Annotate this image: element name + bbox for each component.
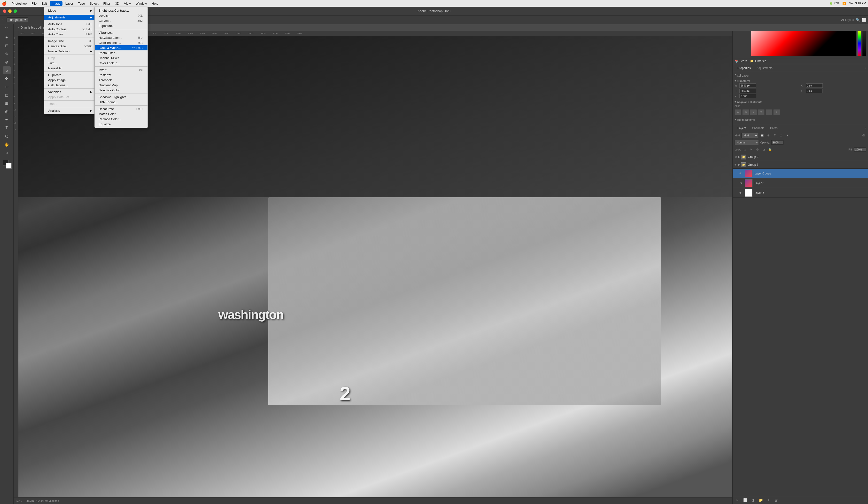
pen-tool[interactable]: ✒ xyxy=(3,116,11,123)
menu-select[interactable]: Select xyxy=(88,1,100,6)
close-button[interactable] xyxy=(3,9,6,13)
desaturate-shortcut: ⇧⌘U xyxy=(135,107,143,111)
menu-layer[interactable]: Layer xyxy=(63,1,75,6)
adj-exposure[interactable]: Exposure... xyxy=(95,23,147,28)
adj-threshold[interactable]: Threshold... xyxy=(95,78,147,83)
adj-hdr-toning[interactable]: HDR Toning... xyxy=(95,100,147,105)
adj-equalize[interactable]: Equalize xyxy=(95,122,147,127)
menu-item-reveal-all[interactable]: Reveal All xyxy=(44,65,97,71)
menu-item-auto-color[interactable]: Auto Color ⇧⌘B xyxy=(44,32,97,37)
adjustments-label: Adjustments xyxy=(48,16,66,19)
menu-photoshop[interactable]: Photoshop xyxy=(10,1,29,6)
menu-item-canvas-size[interactable]: Canvas Size... ⌥⌘C xyxy=(44,44,97,49)
minimize-button[interactable] xyxy=(8,9,12,13)
menu-item-calculations[interactable]: Calculations... xyxy=(44,83,97,88)
menu-help[interactable]: Help xyxy=(150,1,160,6)
jersey-area xyxy=(268,197,434,252)
clone-stamp-tool[interactable]: ✤ xyxy=(3,74,11,82)
crop-tool[interactable]: ⊡ xyxy=(3,42,11,49)
adj-invert[interactable]: Invert ⌘I xyxy=(95,67,147,72)
menu-window[interactable]: Window xyxy=(134,1,149,6)
adj-photo-filter[interactable]: Photo Filter... xyxy=(95,50,147,56)
menu-type[interactable]: Type xyxy=(76,1,87,6)
adj-selective-color[interactable]: Selective Color... xyxy=(95,88,147,93)
lasso-tool[interactable]: ⌒ xyxy=(3,25,11,33)
adj-sep3 xyxy=(95,93,147,94)
menu-item-trim[interactable]: Trim... xyxy=(44,61,97,65)
background-swatch[interactable] xyxy=(6,163,12,169)
ruler-vertical: -1012345678910111213 xyxy=(13,31,18,252)
menu-item-image-rotation[interactable]: Image Rotation ▶ xyxy=(44,49,97,54)
analysis-label: Analysis xyxy=(48,109,60,112)
type-tool[interactable]: T xyxy=(3,124,11,132)
adjustments-submenu: Brightness/Contrast... Levels... ⌘L Curv… xyxy=(94,7,148,128)
adj-black-white[interactable]: Black & White... ⌥⇧⌘B xyxy=(95,45,147,50)
adj-replace-color[interactable]: Replace Color... xyxy=(95,117,147,122)
adj-vibrance[interactable]: Vibrance... xyxy=(95,30,147,35)
image-menu-dropdown: Mode ▶ Adjustments ▶ Auto Tone ⇧⌘L Auto … xyxy=(44,7,97,114)
hand-tool[interactable]: ✋ xyxy=(3,141,11,148)
eyedropper-tool[interactable]: ✎ xyxy=(3,50,11,58)
menu-item-variables[interactable]: Variables ▶ xyxy=(44,89,97,94)
dodge-tool[interactable]: ◎ xyxy=(3,108,11,115)
heal-brush-tool[interactable]: ⊕ xyxy=(3,58,11,66)
sep5 xyxy=(44,71,97,72)
menu-item-mode[interactable]: Mode ▶ xyxy=(44,8,97,13)
menu-view[interactable]: View xyxy=(122,1,133,6)
brush-tool[interactable]: ⌀ xyxy=(3,67,11,74)
maximize-button[interactable] xyxy=(13,9,17,13)
adj-hue-sat[interactable]: Hue/Saturation... ⌘U xyxy=(95,35,147,40)
auto-tone-shortcut: ⇧⌘L xyxy=(85,22,92,26)
duplicate-label: Duplicate... xyxy=(48,73,64,77)
adj-levels[interactable]: Levels... ⌘L xyxy=(95,13,147,18)
adjustments-arrow: ▶ xyxy=(90,16,92,19)
foreground-dropdown[interactable]: Foreground ▾ xyxy=(6,18,28,22)
analysis-arrow: ▶ xyxy=(90,109,92,112)
replace-color-label: Replace Color... xyxy=(99,117,121,121)
sep7 xyxy=(44,100,97,101)
menu-item-image-size[interactable]: Image Size... ⌘I xyxy=(44,39,97,44)
sep1 xyxy=(44,14,97,14)
color-balance-shortcut: ⌘B xyxy=(138,41,143,44)
adj-posterize[interactable]: Posterize... xyxy=(95,72,147,78)
equalize-label: Equalize xyxy=(99,122,111,126)
menu-item-adjustments[interactable]: Adjustments ▶ xyxy=(44,15,97,20)
adj-channel-mixer[interactable]: Channel Mixer... xyxy=(95,56,147,61)
tab-close-icon[interactable]: × xyxy=(18,26,19,29)
menu-3d[interactable]: 3D xyxy=(113,1,121,6)
eraser-tool[interactable]: ◻ xyxy=(3,91,11,99)
match-color-label: Match Color... xyxy=(99,112,118,116)
shadows-highlights-label: Shadows/Highlights... xyxy=(99,95,129,99)
menu-bar: 🍎 Photoshop File Edit Image Layer Type S… xyxy=(0,0,434,7)
reveal-all-label: Reveal All xyxy=(48,67,62,70)
gradient-tool[interactable]: ▦ xyxy=(3,99,11,107)
adj-color-balance[interactable]: Color Balance... ⌘B xyxy=(95,40,147,45)
mode-label: Mode xyxy=(48,9,56,12)
selective-color-label: Selective Color... xyxy=(99,89,122,92)
adj-desaturate[interactable]: Desaturate ⇧⌘U xyxy=(95,107,147,111)
fg-bg-color-swatch[interactable] xyxy=(2,159,12,169)
adj-sep1 xyxy=(95,29,147,29)
adj-brightness-contrast[interactable]: Brightness/Contrast... xyxy=(95,8,147,13)
apple-icon[interactable]: 🍎 xyxy=(2,1,7,6)
menu-file[interactable]: File xyxy=(30,1,39,6)
adj-match-color[interactable]: Match Color... xyxy=(95,111,147,117)
zoom-tool[interactable]: ⌕ xyxy=(3,149,11,157)
menu-filter[interactable]: Filter xyxy=(102,1,112,6)
menu-item-analysis[interactable]: Analysis ▶ xyxy=(44,108,97,113)
menu-item-auto-tone[interactable]: Auto Tone ⇧⌘L xyxy=(44,22,97,27)
adj-gradient-map[interactable]: Gradient Map... xyxy=(95,83,147,88)
menu-image[interactable]: Image xyxy=(50,1,62,6)
history-brush-tool[interactable]: ↩ xyxy=(3,83,11,91)
menu-item-apply-image[interactable]: Apply Image... xyxy=(44,78,97,83)
menu-item-duplicate[interactable]: Duplicate... xyxy=(44,72,97,78)
magic-wand-tool[interactable]: ✦ xyxy=(3,33,11,41)
adj-color-lookup[interactable]: Color Lookup... xyxy=(95,61,147,65)
menu-item-auto-contrast[interactable]: Auto Contrast ⌥⇧⌘L xyxy=(44,27,97,32)
adj-curves[interactable]: Curves... ⌘M xyxy=(95,18,147,23)
shape-tool[interactable]: ⬡ xyxy=(3,132,11,140)
invert-label: Invert xyxy=(99,68,106,72)
menu-edit[interactable]: Edit xyxy=(40,1,49,6)
adj-shadows-highlights[interactable]: Shadows/Highlights... xyxy=(95,94,147,100)
hue-sat-shortcut: ⌘U xyxy=(137,36,143,40)
